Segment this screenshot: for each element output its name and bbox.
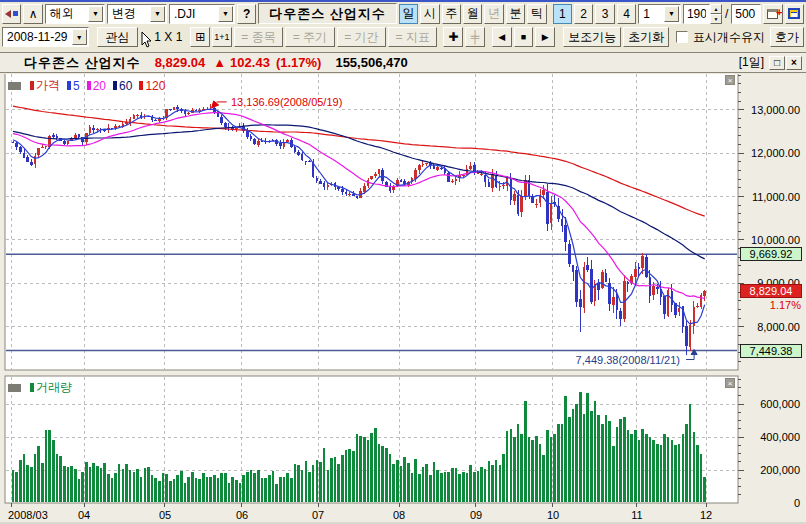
close-button[interactable]: ×	[786, 56, 802, 70]
reset-button[interactable]: 초기화	[623, 27, 669, 47]
last-price: 8,829.04	[155, 55, 206, 70]
trough-annotation: 7,449.38(2008/11/21)	[540, 354, 680, 366]
sync-range-button: = 기간	[337, 27, 386, 47]
symbol-title: 다우존스 산업지수	[258, 3, 397, 24]
legend-marker-icon	[113, 81, 117, 90]
watchlist-button[interactable]: 관심	[97, 27, 139, 47]
chart-area: 13,000.0012,000.0011,000.0010,000.009,00…	[0, 74, 806, 524]
chevron-down-icon[interactable]: ▼	[72, 29, 87, 45]
panel-handle-icon[interactable]	[8, 384, 21, 392]
ref-price-box: 7,449.38	[740, 344, 802, 358]
volume-axis-label: 400,000	[760, 431, 800, 443]
mouse-cursor	[141, 31, 153, 49]
current-price-box: 8,829.04	[740, 284, 802, 298]
x-axis-month-label: 10	[547, 509, 559, 521]
window-mode-label: [1일]	[739, 54, 764, 71]
volume-panel-close-icon[interactable]: ×	[725, 378, 735, 388]
symbol-help-button[interactable]: ?	[237, 4, 256, 24]
grid-icon: ⊞	[195, 30, 205, 44]
volume-axis-label: 200,000	[760, 464, 800, 476]
quote-button[interactable]: 호가	[770, 27, 804, 47]
chart-symbol-name: 다우존스 산업지수	[24, 54, 141, 72]
maximize-button[interactable]: □	[769, 56, 785, 70]
legend-item[interactable]: 60	[113, 79, 132, 93]
grid-layout-button[interactable]: ⊞	[190, 27, 210, 47]
visible-candles-spinner[interactable]: ▲ ▼	[683, 4, 722, 24]
compare-layout-button[interactable]: 1+1	[212, 27, 232, 47]
peak-annotation: 13,136.69(2008/05/19)	[231, 96, 342, 108]
spinner-down-icon[interactable]: ▼	[710, 14, 722, 24]
panel-handle-icon[interactable]	[8, 82, 21, 90]
stop-icon: ■	[521, 33, 526, 42]
date-dropdown[interactable]: 2008-11-29 ▼	[2, 27, 89, 47]
chart-count-1-button[interactable]: 1	[553, 4, 572, 24]
period-hour-button[interactable]: 시	[420, 4, 439, 24]
legend-item[interactable]: 가격	[30, 77, 60, 94]
candle-style-button: ╪	[465, 27, 485, 47]
total-volume: 155,506,470	[335, 55, 407, 70]
price-panel-close-icon[interactable]: ×	[725, 75, 735, 85]
period-day-button[interactable]: 일	[399, 4, 418, 24]
sync-symbol-button: = 종목	[234, 27, 283, 47]
price-axis-label: 13,000.00	[751, 104, 800, 116]
symbol-combo[interactable]: .DJI ▼	[169, 4, 235, 24]
stock-chart-app: ∧ 해외 ▼ 변경 ▼ .DJI ▼ ? 다우존스 산업지수 일 시 주 월 년…	[0, 0, 806, 524]
spinner-up-icon[interactable]: ▲	[710, 4, 722, 14]
dock-square-icon	[13, 11, 18, 16]
volume-axis-label: 0	[794, 497, 800, 509]
price-axis-label: 11,000.00	[752, 191, 800, 203]
max-candles-input[interactable]	[731, 4, 761, 24]
chevron-down-icon[interactable]: ▼	[88, 6, 103, 22]
date-value: 2008-11-29	[7, 30, 69, 44]
volume-axis-label: 600,000	[760, 398, 800, 410]
period-tick-button[interactable]: 틱	[527, 4, 546, 24]
legend-item[interactable]: 20	[87, 79, 106, 93]
period-month-button[interactable]: 월	[463, 4, 482, 24]
scroll-left-button[interactable]: ◀	[492, 27, 512, 47]
volume-legend: 거래량	[8, 379, 72, 396]
scroll-right-button[interactable]: ▶	[535, 27, 555, 47]
x-axis-month-label: 05	[159, 509, 171, 521]
help-icon: ?	[243, 7, 250, 21]
chevron-down-icon[interactable]: ▼	[218, 6, 233, 22]
period-minute-button[interactable]: 분	[506, 4, 525, 24]
change-symbol-dropdown[interactable]: 변경 ▼	[107, 4, 167, 24]
chart-count-3-button[interactable]: 3	[595, 4, 614, 24]
keep-count-label: 표시개수유지	[693, 29, 765, 46]
x-axis-month-label: 09	[470, 509, 482, 521]
collapse-toolbar-button[interactable]: ∧	[23, 4, 42, 24]
legend-item[interactable]: 거래량	[30, 379, 72, 396]
toolbar-secondary: 2008-11-29 ▼ 관심 1 X 1 ⊞ 1+1 = 종목 = 주기 = …	[0, 25, 806, 49]
change-value: 102.43	[230, 55, 270, 70]
chevron-up-icon: ∧	[29, 7, 38, 21]
price-axis-label: 8,000.00	[757, 321, 800, 333]
period-year-button: 년	[484, 4, 503, 24]
dock-left-button[interactable]	[2, 4, 21, 24]
change-arrow-icon: ▲	[213, 55, 226, 70]
chart-count-4-button[interactable]: 4	[617, 4, 636, 24]
move-icon: ✚	[448, 30, 458, 44]
save-chart-button[interactable]	[785, 4, 804, 24]
scroll-stop-button[interactable]: ■	[514, 27, 534, 47]
chart-title-bar: 다우존스 산업지수 8,829.04 ▲ 102.43 (1.17%) 155,…	[0, 52, 806, 73]
interval-dropdown[interactable]: 1 ▼	[638, 4, 681, 24]
sync-indicator-button: = 지표	[388, 27, 437, 47]
chevron-down-icon[interactable]: ▼	[150, 6, 165, 22]
chevron-down-icon[interactable]: ▼	[664, 6, 679, 22]
x-axis-month-label: 04	[78, 509, 90, 521]
price-axis-label: 10,000.00	[751, 234, 800, 246]
market-region-dropdown[interactable]: 해외 ▼	[45, 4, 105, 24]
legend-item[interactable]: 120	[139, 79, 165, 93]
period-week-button[interactable]: 주	[442, 4, 461, 24]
chart-count-2-button[interactable]: 2	[574, 4, 593, 24]
move-chart-button[interactable]: ✚	[443, 27, 463, 47]
new-chart-window-button[interactable]: +	[763, 4, 782, 24]
legend-item[interactable]: 5	[67, 79, 80, 93]
x-axis-month-label: 07	[312, 509, 324, 521]
keep-count-checkbox[interactable]	[676, 31, 688, 43]
price-volume-chart-canvas[interactable]	[0, 74, 806, 524]
aux-functions-button[interactable]: 보조기능	[563, 27, 621, 47]
legend-marker-icon	[139, 81, 143, 90]
change-value: 변경	[112, 5, 147, 22]
visible-candles-input[interactable]	[683, 4, 710, 24]
